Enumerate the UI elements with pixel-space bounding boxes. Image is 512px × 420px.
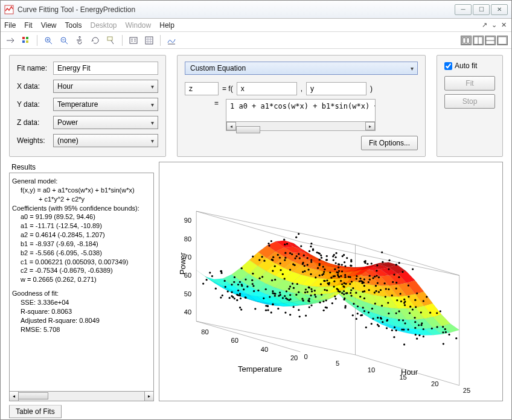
svg-point-270: [274, 279, 276, 281]
svg-point-293: [289, 252, 291, 254]
results-text[interactable]: General model: f(x,y) = a0 + a1*cos(w*x)…: [9, 173, 154, 392]
svg-point-337: [215, 288, 217, 290]
svg-point-580: [211, 275, 213, 277]
svg-point-632: [334, 269, 336, 270]
menu-file[interactable]: File: [4, 21, 16, 30]
layout-1-icon[interactable]: [461, 36, 472, 45]
scroll-right-icon[interactable]: ▸: [144, 391, 154, 401]
svg-point-523: [300, 245, 302, 247]
svg-point-520: [336, 288, 338, 290]
zvar-input[interactable]: [185, 82, 219, 95]
menu-desktop[interactable]: Desktop: [91, 21, 117, 30]
menu-fit[interactable]: Fit: [24, 21, 32, 30]
layout-4-icon[interactable]: [497, 36, 508, 45]
svg-point-385: [274, 266, 276, 267]
scroll-thumb[interactable]: [236, 126, 260, 133]
fit-name-input[interactable]: [53, 62, 158, 75]
svg-text:40: 40: [261, 346, 268, 353]
zoom-in-icon[interactable]: [42, 34, 54, 46]
scroll-thumb[interactable]: [18, 392, 48, 399]
rotate-icon[interactable]: [89, 34, 101, 46]
stop-button[interactable]: Stop: [444, 94, 495, 109]
svg-point-582: [289, 298, 291, 300]
xvar-input[interactable]: [237, 82, 297, 95]
autofit-checkbox[interactable]: Auto fit: [444, 62, 495, 70]
residuals-icon[interactable]: [165, 34, 178, 46]
fit-button[interactable]: Fit: [444, 76, 495, 91]
equation-scrollbar[interactable]: ◂ ▸: [226, 121, 376, 131]
svg-point-317: [324, 269, 325, 270]
svg-point-503: [231, 284, 232, 285]
svg-point-435: [258, 278, 260, 279]
svg-point-506: [333, 275, 334, 277]
svg-point-331: [345, 283, 347, 285]
zdata-combo[interactable]: Power: [53, 116, 158, 129]
svg-point-552: [335, 252, 337, 254]
svg-point-485: [395, 312, 397, 314]
pan-icon[interactable]: [74, 34, 86, 46]
svg-point-345: [414, 317, 415, 319]
svg-point-633: [328, 282, 330, 284]
fit-options-button[interactable]: Fit Options...: [361, 136, 418, 150]
svg-rect-8: [130, 37, 137, 43]
scroll-left-icon[interactable]: ◂: [9, 391, 19, 401]
menu-view[interactable]: View: [41, 21, 57, 30]
svg-point-599: [284, 259, 286, 261]
grid-icon[interactable]: [143, 34, 155, 46]
svg-point-267: [375, 285, 377, 287]
results-scrollbar[interactable]: ◂ ▸: [9, 392, 154, 401]
datacursor-icon[interactable]: [105, 34, 117, 46]
table-of-fits-tab[interactable]: Table of Fits: [9, 405, 62, 418]
fittype-combo[interactable]: Custom Equation: [185, 62, 418, 75]
equation-input[interactable]: 1 a0 + a1*cos(w*x) + b1*sin(w*x) + a2*co: [226, 99, 376, 122]
svg-point-549: [368, 289, 370, 291]
layout-3-icon[interactable]: [485, 36, 496, 45]
plot-area[interactable]: 405060708090204060800510152025 Power Tem…: [159, 162, 503, 401]
svg-point-422: [310, 288, 312, 290]
menu-window[interactable]: Window: [126, 21, 152, 30]
yvar-input[interactable]: [306, 82, 366, 95]
scroll-right-icon[interactable]: ▸: [365, 122, 375, 130]
svg-point-636: [291, 253, 293, 255]
layout-2-icon[interactable]: [473, 36, 484, 45]
minimize-button[interactable]: ─: [455, 4, 472, 15]
svg-point-492: [254, 308, 256, 310]
ydata-combo[interactable]: Temperature: [53, 98, 158, 111]
legend-icon[interactable]: [127, 34, 139, 46]
svg-point-412: [243, 288, 245, 290]
f-prefix: = f(: [222, 84, 233, 93]
svg-point-261: [350, 292, 351, 294]
svg-point-586: [253, 290, 255, 292]
zoom-out-icon[interactable]: [58, 34, 70, 46]
xdata-combo[interactable]: Hour: [53, 80, 158, 93]
svg-point-618: [365, 260, 366, 262]
menu-help[interactable]: Help: [159, 21, 174, 30]
svg-point-367: [284, 295, 286, 297]
svg-point-602: [404, 304, 406, 306]
svg-point-540: [407, 328, 409, 330]
close-button[interactable]: ✕: [491, 4, 508, 15]
svg-point-405: [331, 302, 333, 304]
undock-icon[interactable]: ↗: [480, 21, 488, 30]
scroll-left-icon[interactable]: ◂: [226, 122, 236, 130]
svg-point-561: [310, 246, 312, 247]
svg-point-264: [317, 267, 319, 269]
palette-icon[interactable]: [20, 34, 32, 46]
weights-combo[interactable]: (none): [53, 134, 158, 147]
svg-point-486: [302, 263, 304, 265]
pointer-icon[interactable]: [4, 34, 16, 46]
svg-point-573: [234, 298, 235, 299]
close-pane-icon[interactable]: ✕: [499, 21, 508, 30]
svg-point-640: [386, 320, 388, 322]
menu-tools[interactable]: Tools: [65, 21, 82, 30]
dock-down-icon[interactable]: ⌄: [490, 21, 498, 30]
svg-point-260: [388, 259, 390, 261]
svg-point-623: [319, 275, 321, 276]
svg-point-635: [363, 298, 365, 299]
svg-line-18: [196, 321, 300, 352]
svg-point-604: [302, 271, 304, 273]
svg-point-299: [343, 290, 345, 292]
autofit-check-input[interactable]: [444, 62, 452, 70]
svg-point-550: [356, 318, 357, 320]
maximize-button[interactable]: ☐: [473, 4, 490, 15]
